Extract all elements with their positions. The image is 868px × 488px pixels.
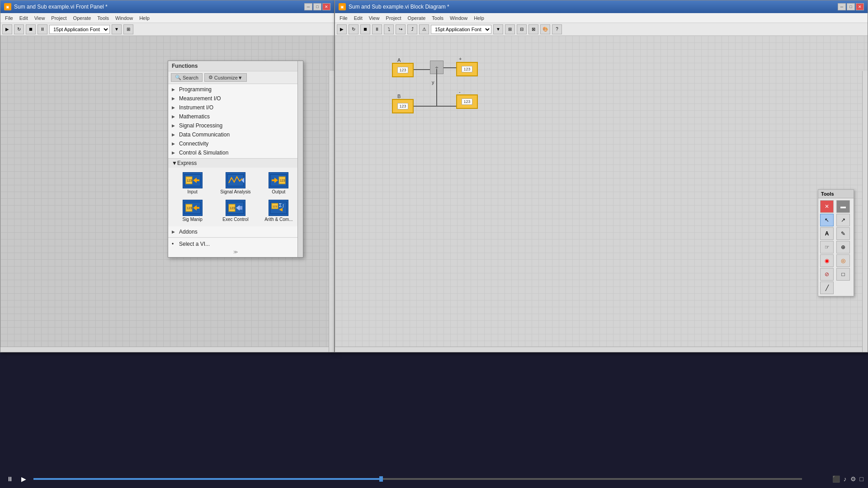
tool-breakpoint[interactable]: ◉ <box>820 254 834 267</box>
bd-step-out-button[interactable]: ⤴ <box>407 24 417 34</box>
palette-customize-button[interactable]: ⚙ Customize▼ <box>204 73 247 82</box>
tool-cursor[interactable]: ↖ <box>820 214 834 226</box>
progress-container[interactable] <box>29 478 832 480</box>
control-b[interactable]: 123 <box>392 99 414 113</box>
palette-scrollbar[interactable] <box>297 61 303 257</box>
bd-vscrollbar[interactable] <box>862 71 868 352</box>
menu-edit[interactable]: Edit <box>17 15 31 21</box>
font-selector[interactable]: 15pt Application Font <box>49 25 110 34</box>
palette-item-instrument[interactable]: ▶ Instrument I/O <box>168 103 303 112</box>
tool-spacer[interactable]: ▬ <box>836 200 850 213</box>
menu-view[interactable]: View <box>32 15 48 21</box>
bd-menu-help[interactable]: Help <box>471 15 487 21</box>
express-header[interactable]: ▼ Express <box>168 159 303 168</box>
bd-resize-button[interactable]: ⊠ <box>528 24 538 34</box>
run-button[interactable]: ▶ <box>2 24 12 34</box>
palette-item-signal-processing[interactable]: ▶ Signal Processing <box>168 121 303 130</box>
bd-align-button[interactable]: ⊞ <box>505 24 515 34</box>
taskbar-icon-1[interactable]: ⬛ <box>832 475 840 483</box>
tool-select[interactable]: ↗ <box>836 214 850 226</box>
tool-text[interactable]: A <box>820 227 834 240</box>
front-panel-window: ▣ Sum and Sub example.vi Front Panel * ─… <box>0 0 335 352</box>
palette-item-addons[interactable]: ▶ Addons <box>168 227 303 236</box>
bd-run-button[interactable]: ▶ <box>337 24 347 34</box>
bd-menu-view[interactable]: View <box>366 15 382 21</box>
menu-operate[interactable]: Operate <box>71 15 94 21</box>
menu-tools[interactable]: Tools <box>94 15 112 21</box>
progress-bar[interactable] <box>33 478 802 480</box>
bd-menu-edit[interactable]: Edit <box>351 15 365 21</box>
express-item-exec-control[interactable]: 123 Exec Control <box>215 198 256 224</box>
label-y: y <box>432 80 434 85</box>
pause-button[interactable]: ⏸ <box>38 24 47 34</box>
bd-font-selector[interactable]: 15pt Application Font <box>431 25 491 34</box>
bd-menu-project[interactable]: Project <box>383 15 404 21</box>
tool-probe[interactable]: ◎ <box>836 254 850 267</box>
bd-color-button[interactable]: 🎨 <box>540 24 550 34</box>
palette-item-programming[interactable]: ▶ Programming <box>168 85 303 94</box>
bd-menu-tools[interactable]: Tools <box>429 15 446 21</box>
front-panel-vscrollbar[interactable] <box>329 71 334 352</box>
palette-item-control-simulation[interactable]: ▶ Control & Simulation <box>168 148 303 157</box>
tool-pencil[interactable]: ✎ <box>836 227 850 240</box>
minimize-button[interactable]: ─ <box>304 3 312 10</box>
run-continuously-button[interactable]: ↻ <box>14 24 24 34</box>
bd-distribute-button[interactable]: ⊟ <box>517 24 527 34</box>
bd-run-cont-button[interactable]: ↻ <box>349 24 359 34</box>
taskbar-play-button[interactable]: ▶ <box>18 474 29 484</box>
taskbar-icon-window[interactable]: □ <box>860 475 863 483</box>
palette-item-connectivity[interactable]: ▶ Connectivity <box>168 139 303 148</box>
abort-button[interactable]: ⏹ <box>26 24 36 34</box>
tool-hand[interactable]: ☞ <box>820 241 834 253</box>
express-item-arith[interactable]: 123 Σ ∫ Arith & Com... <box>258 198 299 224</box>
palette-item-measurement[interactable]: ▶ Measurement I/O <box>168 94 303 103</box>
signal-analysis-icon <box>226 172 245 188</box>
express-item-output[interactable]: 123 Output <box>258 170 299 196</box>
taskbar-icon-2[interactable]: ♪ <box>844 475 847 483</box>
close-button[interactable]: ✕ <box>322 3 330 10</box>
tool-stop[interactable]: ✕ <box>820 200 834 213</box>
bd-step-into-button[interactable]: ⤵ <box>384 24 394 34</box>
express-item-signal-analysis[interactable]: Signal Analysis <box>215 170 256 196</box>
palette-search-button[interactable]: 🔍 Search <box>171 73 203 82</box>
bd-menu-window[interactable]: Window <box>447 15 470 21</box>
text-settings-button[interactable]: ▼ <box>112 24 122 34</box>
maximize-button[interactable]: □ <box>313 3 321 10</box>
block-diagram-canvas[interactable]: A 123 + 123 + y B 123 123 - <box>335 36 868 352</box>
menu-project[interactable]: Project <box>48 15 69 21</box>
bd-maximize-button[interactable]: □ <box>847 3 855 10</box>
menu-window[interactable]: Window <box>113 15 136 21</box>
addons-section: ▶ Addons <box>168 226 303 237</box>
taskbar-icon-settings[interactable]: ⚙ <box>850 475 856 483</box>
select-vi-row[interactable]: • Select a VI... <box>172 239 299 249</box>
bd-abort-button[interactable]: ⏹ <box>360 24 370 34</box>
tool-rect[interactable]: □ <box>836 268 850 281</box>
block-diagram-icon: ▣ <box>339 3 346 10</box>
bd-pause-button[interactable]: ⏸ <box>372 24 382 34</box>
bd-help-button[interactable]: ? <box>552 24 562 34</box>
align-button[interactable]: ⊞ <box>123 24 133 34</box>
palette-item-data-communication[interactable]: ▶ Data Communication <box>168 130 303 139</box>
bd-minimize-button[interactable]: ─ <box>838 3 846 10</box>
tool-line[interactable]: ╱ <box>820 282 834 294</box>
control-a[interactable]: 123 <box>392 63 414 77</box>
bd-step-over-button[interactable]: ↪ <box>396 24 406 34</box>
express-grid: 123 Input <box>168 168 303 226</box>
bd-hscrollbar[interactable] <box>335 347 862 352</box>
express-item-input[interactable]: 123 Input <box>172 170 213 196</box>
taskbar-pause-button[interactable]: ⏸ <box>5 474 15 484</box>
bd-menu-file[interactable]: File <box>337 15 350 21</box>
menu-file[interactable]: File <box>2 15 16 21</box>
bd-font-settings[interactable]: ▼ <box>493 24 503 34</box>
tool-zoom[interactable]: ⊕ <box>836 241 850 253</box>
bd-warn-button[interactable]: ⚠ <box>419 24 429 34</box>
taskbar-left: ⏸ ▶ <box>5 474 29 484</box>
tool-colorize[interactable]: ⊘ <box>820 268 834 281</box>
express-item-sig-manip[interactable]: 123 Sig Manip <box>172 198 213 224</box>
front-panel-hscrollbar[interactable] <box>0 347 329 352</box>
execctrl-icon: 123 <box>226 200 245 216</box>
bd-menu-operate[interactable]: Operate <box>405 15 429 21</box>
menu-help[interactable]: Help <box>137 15 152 21</box>
bd-close-button[interactable]: ✕ <box>856 3 864 10</box>
palette-item-mathematics[interactable]: ▶ Mathematics <box>168 112 303 121</box>
